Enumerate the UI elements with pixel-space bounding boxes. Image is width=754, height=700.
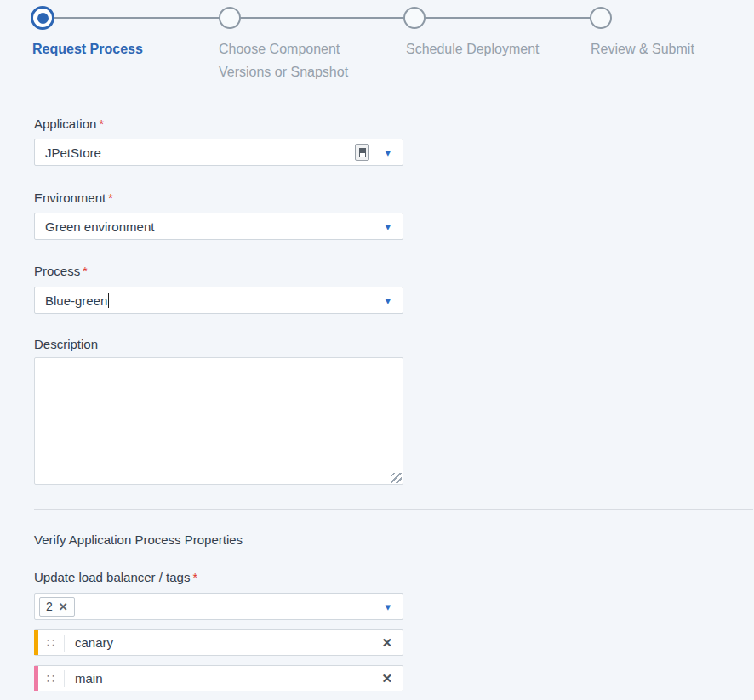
document-glyph [359, 148, 366, 157]
resize-handle[interactable] [391, 473, 402, 483]
chevron-down-icon[interactable]: ▾ [383, 221, 392, 232]
remove-tag-icon[interactable]: ✕ [371, 635, 403, 651]
step-label-choose-versions[interactable]: Choose Component Versions or Snapshot [219, 37, 365, 83]
text-cursor [108, 293, 109, 308]
required-asterisk: * [108, 191, 112, 205]
step-label-review-submit[interactable]: Review & Submit [591, 37, 694, 60]
chevron-down-icon[interactable]: ▾ [383, 601, 392, 612]
process-value: Blue-green [45, 293, 107, 308]
required-asterisk: * [99, 117, 103, 131]
application-value: JPetStore [45, 145, 101, 160]
load-balancer-multiselect[interactable]: 2 ✕ ▾ [34, 593, 403, 620]
process-label: Process* [34, 264, 88, 278]
step-active-dot [37, 13, 49, 24]
environment-select[interactable]: Green environment ▾ [34, 213, 403, 240]
step-label-request-process[interactable]: Request Process [32, 37, 143, 60]
chevron-down-icon[interactable]: ▾ [383, 147, 392, 158]
required-asterisk: * [83, 265, 87, 278]
selected-count-chip[interactable]: 2 ✕ [39, 597, 75, 617]
chip-remove-icon[interactable]: ✕ [59, 600, 68, 613]
chevron-down-icon[interactable]: ▾ [383, 295, 392, 306]
section-divider [34, 509, 753, 510]
description-label: Description [34, 337, 98, 351]
drag-handle-icon[interactable]: ∷ [38, 671, 64, 686]
application-select[interactable]: JPetStore ▾ [34, 139, 403, 166]
step-label-schedule-deployment[interactable]: Schedule Deployment [406, 37, 540, 60]
tag-name: canary [64, 635, 371, 652]
remove-tag-icon[interactable]: ✕ [371, 671, 403, 686]
tag-name: main [64, 670, 371, 687]
drag-handle-icon[interactable]: ∷ [38, 635, 64, 651]
description-textarea[interactable] [35, 358, 403, 484]
application-details-icon[interactable] [355, 144, 369, 161]
process-combobox[interactable]: Blue-green ▾ [34, 287, 403, 314]
step-circle-review-submit[interactable] [590, 7, 612, 29]
environment-label: Environment* [34, 191, 113, 205]
tag-row-canary: ∷ canary ✕ [34, 629, 403, 656]
environment-value: Green environment [45, 219, 154, 234]
step-circle-request-process[interactable] [31, 6, 54, 30]
selected-count: 2 [46, 600, 53, 613]
application-label: Application* [34, 117, 104, 131]
deployment-request-form: { "stepper": { "steps": [ { "label": "Re… [0, 0, 754, 700]
tag-row-main: ∷ main ✕ [34, 665, 403, 691]
step-circle-schedule-deployment[interactable] [403, 7, 426, 29]
load-balancer-label: Update load balancer / tags* [34, 570, 197, 584]
description-field-wrapper [34, 357, 403, 485]
stepper-track [43, 17, 601, 19]
section-title: Verify Application Process Properties [34, 532, 243, 547]
step-circle-choose-versions[interactable] [219, 7, 241, 29]
required-asterisk: * [192, 571, 197, 584]
